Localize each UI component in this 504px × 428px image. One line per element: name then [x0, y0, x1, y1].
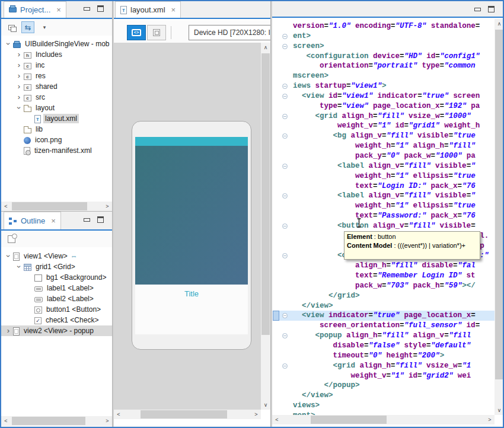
scroll-thumb[interactable]	[12, 202, 87, 210]
maximize-icon[interactable]	[97, 216, 104, 223]
tab-layout-xml[interactable]: layout.xml ×	[115, 1, 181, 18]
code-line[interactable]: <grid align_h="fill" vsize_w="1000"	[279, 111, 495, 122]
code-line[interactable]: screen_orientation="full_sensor" id=	[279, 321, 495, 331]
fold-marker-icon[interactable]	[282, 253, 288, 258]
tree-item-tizenmanifest.xml[interactable]: tizen-manifest.xml	[1, 145, 112, 156]
tree-item-src[interactable]: ›src	[1, 92, 112, 103]
minimize-icon[interactable]	[474, 8, 481, 11]
scroll-thumb[interactable]	[261, 53, 270, 335]
tree-item-icon.png[interactable]: icon.png	[1, 135, 112, 145]
tree-item-label2[interactable]: label2 <Label>	[1, 293, 112, 304]
code-line[interactable]: weight_v="1" id="grid1" weight_h	[279, 121, 495, 131]
code-line[interactable]: <label align_v="fill" visible="	[279, 191, 495, 201]
canvas-hscrollbar[interactable]: < >	[114, 410, 261, 419]
close-icon[interactable]: ×	[171, 5, 176, 14]
link-with-editor-button[interactable]: ⇆	[21, 21, 34, 33]
code-line[interactable]: <bg align_v="fill" visible="true	[279, 131, 495, 141]
scroll-right-icon[interactable]: >	[251, 410, 261, 419]
toggle-content-button[interactable]	[5, 233, 18, 245]
tree-item-label1[interactable]: label1 <Label>	[1, 283, 112, 293]
collapse-all-button[interactable]	[5, 21, 18, 33]
tree-item-view2[interactable]: ›view2 <View> - popup	[1, 325, 112, 336]
code-line[interactable]: <label align_v="fill" visible="	[279, 161, 495, 171]
code-line[interactable]: <popup align_h="fill" align_v="fill	[279, 331, 495, 341]
code-line[interactable]: <button align_v="fill" visible=	[279, 221, 495, 231]
code-line[interactable]: timeout="0" height="200">	[279, 351, 495, 361]
tree-item-shared[interactable]: ›shared	[1, 81, 112, 92]
tree-item-layout[interactable]: ›layout	[1, 103, 112, 113]
scroll-up-icon[interactable]: ∧	[495, 19, 504, 28]
scroll-left-icon[interactable]: <	[114, 410, 123, 419]
scroll-right-icon[interactable]: >	[103, 202, 112, 211]
tree-item-res[interactable]: ›res	[1, 71, 112, 81]
code-line[interactable]: screen>	[279, 41, 495, 52]
scroll-down-icon[interactable]: ∨	[261, 400, 270, 410]
xml-source-editor[interactable]: version="1.0" encoding="UTF-8" standalon…	[272, 19, 495, 415]
code-line[interactable]: align_h="fill" disable="fal	[279, 261, 495, 271]
scroll-left-icon[interactable]: <	[272, 415, 282, 424]
tree-item-grid1[interactable]: ›grid1 <Grid>	[1, 261, 112, 272]
fold-marker-icon[interactable]	[282, 94, 288, 99]
code-line[interactable]: weight_v="1" id="grid2" wei	[279, 371, 495, 381]
design-source-view-button[interactable]: <>	[127, 25, 146, 40]
code-line[interactable]: disable="false" style="default"	[279, 341, 495, 351]
scroll-right-icon[interactable]: >	[103, 416, 112, 426]
code-line[interactable]: <view indicator="true" page_location_x=	[279, 311, 495, 321]
scroll-thumb[interactable]	[141, 410, 227, 419]
tree-item-uibuildersingleview[interactable]: ›UIBuilderSingleView - mob	[1, 39, 112, 49]
code-line[interactable]: <view id="view1" indicator="true" screen	[279, 91, 495, 101]
code-line[interactable]: ent>	[279, 31, 495, 41]
scroll-thumb[interactable]	[311, 416, 387, 424]
expand-arrow-icon[interactable]: ›	[14, 262, 24, 272]
design-only-view-button[interactable]	[147, 25, 166, 40]
scroll-left-icon[interactable]: <	[1, 202, 11, 211]
minimize-icon[interactable]	[84, 218, 90, 222]
expand-arrow-icon[interactable]: ›	[14, 92, 24, 102]
tree-item-bg1[interactable]: bg1 <Background>	[1, 272, 112, 283]
tree-item-button1[interactable]: button1 <Button>	[1, 304, 112, 315]
code-line[interactable]: </view>	[279, 301, 495, 311]
expand-arrow-icon[interactable]: ›	[14, 71, 24, 81]
code-line[interactable]: weight_h="1" align_h="fill"	[279, 141, 495, 151]
close-icon[interactable]: ×	[51, 216, 56, 225]
expand-arrow-icon[interactable]: ›	[4, 326, 13, 336]
code-line[interactable]: <configuration device="HD" id="config1"	[279, 52, 495, 62]
code-line[interactable]: type="view" page_location_x="192" pa	[279, 101, 495, 111]
tree-item-includes[interactable]: ›Includes	[1, 49, 112, 60]
code-line[interactable]: text="Password:" pack_x="76	[279, 211, 495, 221]
scroll-left-icon[interactable]: <	[1, 416, 11, 426]
fold-marker-icon[interactable]	[282, 313, 288, 318]
tab-outline[interactable]: Outline ×	[4, 212, 61, 229]
project-hscrollbar[interactable]: < >	[1, 202, 112, 211]
source-vscrollbar[interactable]: ∧ ∨	[495, 19, 504, 415]
code-line[interactable]: <grid align_h="fill" vsize_w="1	[279, 361, 495, 371]
tree-item-lib[interactable]: lib	[1, 124, 112, 135]
source-hscrollbar[interactable]: < >	[272, 415, 495, 424]
expand-arrow-icon[interactable]: ›	[4, 39, 13, 49]
fold-marker-icon[interactable]	[282, 333, 288, 338]
fold-marker-icon[interactable]	[282, 193, 288, 199]
fold-marker-icon[interactable]	[282, 133, 288, 139]
view-menu-button[interactable]: ▾	[38, 21, 51, 33]
fold-marker-icon[interactable]	[282, 84, 288, 89]
tree-item-inc[interactable]: ›inc	[1, 60, 112, 71]
design-canvas[interactable]: Title	[114, 43, 261, 410]
canvas-vscrollbar[interactable]: ∧ ∨	[261, 43, 270, 410]
expand-arrow-icon[interactable]: ›	[4, 251, 13, 261]
code-line[interactable]: ment>	[279, 411, 495, 415]
code-line[interactable]: weight_h="1" ellipsis="true	[279, 201, 495, 211]
code-line[interactable]: views>	[279, 401, 495, 411]
tab-project-explorer[interactable]: Project... ×	[4, 1, 66, 18]
code-line[interactable]: </view>	[279, 391, 495, 401]
code-line[interactable]: pack_w="703" pack_h="59"></	[279, 281, 495, 291]
code-line[interactable]: iews startup="view1">	[279, 81, 495, 91]
selection-range-marker[interactable]	[273, 311, 279, 321]
preview-background[interactable]	[135, 146, 248, 285]
tree-item-check1[interactable]: check1 <Check>	[1, 315, 112, 325]
maximize-icon[interactable]	[488, 6, 495, 12]
expand-arrow-icon[interactable]: ›	[14, 82, 24, 91]
fold-marker-icon[interactable]	[282, 114, 288, 119]
scroll-thumb[interactable]	[12, 417, 85, 425]
fold-marker-icon[interactable]	[282, 34, 288, 39]
expand-arrow-icon[interactable]: ›	[14, 103, 24, 113]
